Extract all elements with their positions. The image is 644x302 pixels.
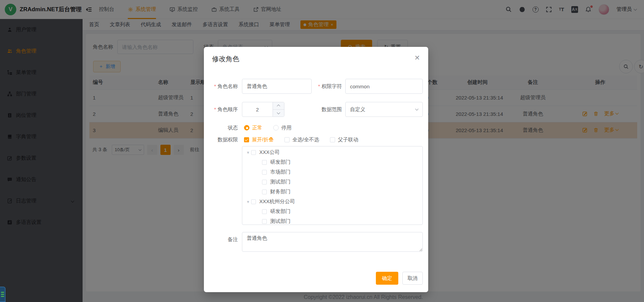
tree-node-label: XXX杭州分公司 <box>259 198 295 205</box>
stepper-increase-button[interactable] <box>273 102 284 110</box>
tree-node-dept[interactable]: 测试部门 <box>242 177 422 187</box>
tree-node-branch-company[interactable]: ▼ XXX杭州分公司 <box>242 197 422 207</box>
expand-collapse-checkbox[interactable]: 展开/折叠 <box>244 137 274 143</box>
radio-icon <box>244 125 249 130</box>
dialog-title: 修改角色 <box>212 54 239 64</box>
edit-role-dialog: 修改角色 ✕ 角色名称 权限字符 角色顺序 数据范围 自定义 <box>204 47 428 292</box>
tree-caret-icon[interactable]: ▼ <box>245 150 251 155</box>
tree-node-label: 财务部门 <box>270 189 291 195</box>
checkbox-label: 展开/折叠 <box>252 137 274 143</box>
parent-child-link-checkbox[interactable]: 父子联动 <box>330 137 358 143</box>
checkbox-icon <box>284 137 290 142</box>
tree-node-dept[interactable]: 市场部门 <box>242 167 422 177</box>
dialog-footer: 确定 取消 <box>204 272 423 285</box>
role-name-input[interactable] <box>242 79 312 94</box>
perm-char-input[interactable] <box>345 79 423 94</box>
stepper-decrease-button[interactable] <box>273 110 284 117</box>
checkbox-label: 全选/全不选 <box>292 137 319 143</box>
data-permission-label: 数据权限 <box>204 136 238 143</box>
tree-checkbox[interactable] <box>262 209 267 214</box>
form-row: 角色名称 权限字符 <box>204 79 428 94</box>
tree-node-label: 研发部门 <box>270 208 291 215</box>
role-order-stepper <box>242 102 284 117</box>
department-tree: ▼ XXX公司 研发部门 市场部门 测试部门 财务部门 ▼ <box>242 146 423 225</box>
tree-node-label: 测试部门 <box>270 218 291 225</box>
data-scope-label: 数据范围 <box>316 102 342 117</box>
role-name-label: 角色名称 <box>204 79 238 94</box>
form-row: 状态 正常 停用 <box>204 124 428 131</box>
radio-label: 正常 <box>252 125 262 131</box>
tree-checkbox[interactable] <box>251 199 256 204</box>
tree-caret-icon[interactable]: ▼ <box>245 200 251 204</box>
checkbox-icon <box>330 137 335 142</box>
form-row: 数据权限 展开/折叠 全选/全不选 父子联动 <box>204 136 428 143</box>
tree-node-label: 研发部门 <box>270 159 291 165</box>
status-radio-normal[interactable]: 正常 <box>244 125 262 131</box>
status-label: 状态 <box>204 124 238 131</box>
tree-node-label: 测试部门 <box>270 179 291 185</box>
status-radio-disabled[interactable]: 停用 <box>273 125 292 131</box>
radio-icon <box>273 125 279 130</box>
data-scope-select[interactable]: 自定义 <box>345 102 423 117</box>
tree-node-dept[interactable]: 研发部门 <box>242 207 422 216</box>
remark-textarea[interactable]: 普通角色 <box>242 232 423 252</box>
tree-node-company[interactable]: ▼ XXX公司 <box>242 147 422 157</box>
tree-checkbox[interactable] <box>262 160 267 165</box>
tree-checkbox[interactable] <box>251 150 256 155</box>
checkbox-label: 父子联动 <box>338 137 358 143</box>
tree-checkbox[interactable] <box>262 170 267 175</box>
form-row: 角色顺序 数据范围 自定义 <box>204 102 428 117</box>
app-window: V ZRAdmin.NET后台管理 控制台 系统管理 <box>0 0 644 302</box>
confirm-button[interactable]: 确定 <box>376 272 398 285</box>
chevron-down-icon <box>415 107 419 111</box>
tree-node-dept[interactable]: 财务部门 <box>242 187 422 197</box>
server-monitor-widget[interactable] <box>0 287 5 302</box>
role-order-label: 角色顺序 <box>204 102 238 117</box>
tree-checkbox[interactable] <box>262 219 267 224</box>
perm-char-label: 权限字符 <box>316 79 342 94</box>
tree-node-dept[interactable]: 研发部门 <box>242 157 422 167</box>
tree-node-label: XXX公司 <box>259 149 280 156</box>
tree-checkbox[interactable] <box>262 190 267 194</box>
tree-node-dept[interactable]: 测试部门 <box>242 216 422 225</box>
cancel-button[interactable]: 取消 <box>402 272 423 285</box>
checkbox-icon <box>244 137 249 142</box>
data-scope-value: 自定义 <box>350 106 365 113</box>
tree-checkbox[interactable] <box>262 180 267 184</box>
tree-node-label: 市场部门 <box>270 169 291 175</box>
select-all-checkbox[interactable]: 全选/全不选 <box>284 137 319 143</box>
remark-label: 备注 <box>204 232 238 247</box>
dialog-close-icon[interactable]: ✕ <box>414 54 420 62</box>
radio-label: 停用 <box>281 125 292 131</box>
